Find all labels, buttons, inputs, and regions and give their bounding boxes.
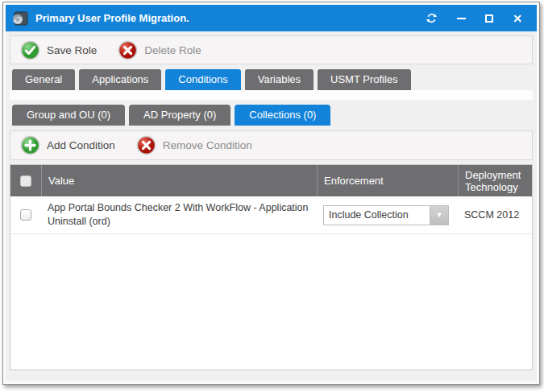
- main-tab-strip: General Applications Conditions Variable…: [10, 69, 533, 90]
- remove-condition-label: Remove Condition: [163, 139, 252, 151]
- close-button[interactable]: ✕: [513, 13, 522, 24]
- header-value[interactable]: Value: [41, 165, 317, 196]
- row-checkbox-cell: [10, 196, 41, 233]
- table-row: App Portal Bounds Checker 2 With WorkFlo…: [10, 196, 532, 234]
- app-icon: [12, 10, 28, 27]
- save-role-button[interactable]: Save Role: [20, 40, 97, 60]
- grid-header: Value Enforcement Deployment Technology: [10, 165, 532, 196]
- header-select-all-cell: [10, 165, 41, 196]
- tab-ad-property[interactable]: AD Property (0): [129, 105, 230, 126]
- collections-grid: Value Enforcement Deployment Technology …: [10, 164, 533, 370]
- delete-x-icon: [118, 40, 138, 60]
- add-plus-icon: [20, 135, 40, 155]
- add-condition-button[interactable]: Add Condition: [20, 135, 115, 155]
- header-deployment-technology[interactable]: Deployment Technology: [458, 165, 532, 196]
- row-deployment-cell: SCCM 2012: [458, 196, 532, 233]
- row-value-cell: App Portal Bounds Checker 2 With WorkFlo…: [41, 196, 317, 233]
- condition-tab-strip: Group and OU (0) AD Property (0) Collect…: [10, 105, 533, 126]
- title-bar: Primary User Profile Migration. ✕: [6, 5, 537, 31]
- maximize-icon: [485, 14, 493, 23]
- grid-empty-area: [10, 234, 532, 369]
- condition-toolbar: Add Condition Remove Condition: [10, 130, 533, 160]
- window-title: Primary User Profile Migration.: [35, 12, 426, 24]
- tab-applications[interactable]: Applications: [79, 69, 161, 90]
- tab-general[interactable]: General: [12, 69, 75, 90]
- window-controls: ✕: [426, 12, 529, 24]
- tab-panel-strip: [10, 90, 533, 100]
- row-checkbox[interactable]: [20, 209, 31, 221]
- enforcement-dropdown[interactable]: Include Collection ▼: [323, 205, 449, 225]
- row-deployment-text: SCCM 2012: [464, 209, 519, 221]
- delete-role-label: Delete Role: [144, 44, 201, 56]
- save-check-icon: [20, 40, 40, 60]
- row-value-text: App Portal Bounds Checker 2 With WorkFlo…: [48, 201, 312, 229]
- tab-variables[interactable]: Variables: [245, 69, 314, 90]
- maximize-button[interactable]: [485, 14, 493, 23]
- tab-group-and-ou[interactable]: Group and OU (0): [12, 105, 125, 126]
- select-all-checkbox[interactable]: [20, 175, 31, 187]
- delete-role-button[interactable]: Delete Role: [118, 40, 201, 60]
- add-condition-label: Add Condition: [47, 139, 115, 151]
- row-enforcement-cell: Include Collection ▼: [317, 196, 458, 233]
- tab-conditions[interactable]: Conditions: [165, 69, 240, 90]
- remove-x-icon: [136, 135, 156, 155]
- role-toolbar: Save Role Delete Role: [10, 35, 533, 64]
- dialog-content: Save Role Delete Role General Applicatio…: [6, 31, 537, 382]
- enforcement-dropdown-value: Include Collection: [324, 206, 430, 225]
- tab-usmt-profiles[interactable]: USMT Profiles: [318, 69, 411, 90]
- remove-condition-button[interactable]: Remove Condition: [136, 135, 252, 155]
- refresh-icon[interactable]: [426, 12, 438, 24]
- save-role-label: Save Role: [47, 44, 97, 56]
- chevron-down-icon[interactable]: ▼: [430, 206, 448, 225]
- header-enforcement[interactable]: Enforcement: [317, 165, 458, 196]
- minimize-icon: [457, 18, 466, 19]
- dialog-window: Primary User Profile Migration. ✕: [2, 2, 540, 385]
- tab-collections[interactable]: Collections (0): [235, 105, 330, 126]
- minimize-button[interactable]: [457, 18, 466, 19]
